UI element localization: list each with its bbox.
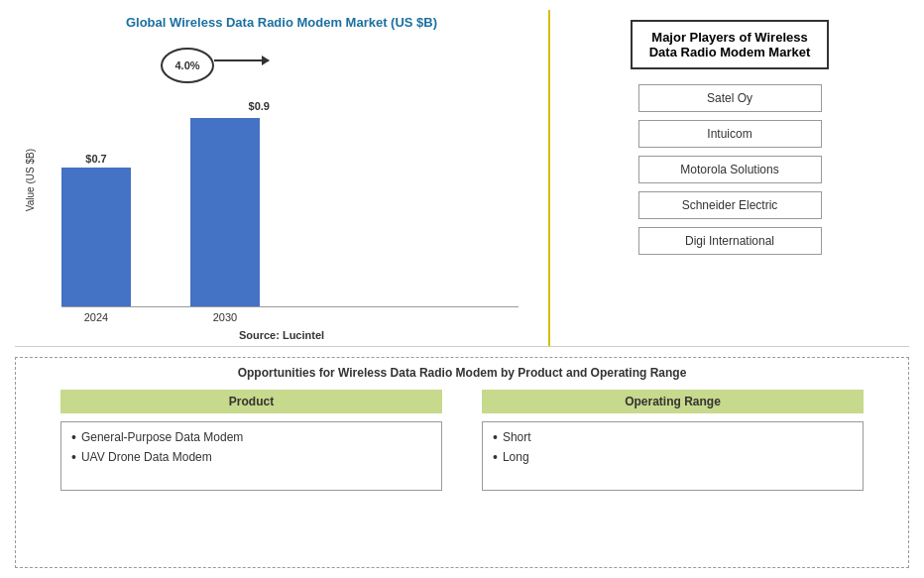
range-item-2: • Long xyxy=(493,450,853,465)
chart-area: Global Wireless Data Radio Modem Market … xyxy=(15,10,550,346)
player-item-4: Schneider Electric xyxy=(638,191,822,219)
range-header: Operating Range xyxy=(482,390,864,413)
range-content: • Short • Long xyxy=(482,421,864,491)
top-section: Global Wireless Data Radio Modem Market … xyxy=(15,10,909,347)
bullet-1: • xyxy=(71,430,76,445)
annotation-container: 4.0% xyxy=(161,48,214,83)
source-text: Source: Lucintel xyxy=(25,329,538,341)
player-item-5: Digi International xyxy=(638,227,822,255)
player-item-3: Motorola Solutions xyxy=(638,156,822,183)
bar-group-2030: $0.9 xyxy=(190,118,260,306)
chart-plot: 4.0% $0.7 $0.9 xyxy=(42,38,538,323)
annotation-circle: 4.0% xyxy=(161,48,214,83)
bottom-title: Opportunities for Wireless Data Radio Mo… xyxy=(31,366,893,380)
product-header: Product xyxy=(60,390,442,413)
chart-inner: Value (US $B) 4.0% $0.7 xyxy=(25,38,538,323)
player-item-2: Intuicom xyxy=(638,120,822,148)
product-content: • General-Purpose Data Modem • UAV Drone… xyxy=(60,421,442,491)
bullet-4: • xyxy=(493,450,498,465)
product-item-1: • General-Purpose Data Modem xyxy=(71,430,431,445)
bar-value-2024: $0.7 xyxy=(85,153,106,165)
bar-group-2024: $0.7 xyxy=(61,153,131,306)
chart-title: Global Wireless Data Radio Modem Market … xyxy=(25,15,538,30)
bullet-3: • xyxy=(493,430,498,445)
y-axis-label: Value (US $B) xyxy=(25,149,36,211)
bullet-2: • xyxy=(71,450,76,465)
bar-2024 xyxy=(61,168,131,306)
player-item-1: Satel Oy xyxy=(638,84,822,112)
product-item-2: • UAV Drone Data Modem xyxy=(71,450,431,465)
players-area: Major Players of Wireless Data Radio Mod… xyxy=(550,10,909,346)
bars-container: 4.0% $0.7 $0.9 xyxy=(42,38,538,306)
bar-value-2030: $0.9 xyxy=(249,100,270,112)
arrow-line xyxy=(214,59,269,61)
product-column: Product • General-Purpose Data Modem • U… xyxy=(60,390,442,491)
main-container: Global Wireless Data Radio Modem Market … xyxy=(0,0,924,578)
range-item-1: • Short xyxy=(493,430,853,445)
annotation-label: 4.0% xyxy=(174,59,199,71)
x-label-2024: 2024 xyxy=(61,311,131,323)
players-title: Major Players of Wireless Data Radio Mod… xyxy=(631,20,829,69)
bottom-content: Product • General-Purpose Data Modem • U… xyxy=(31,390,893,491)
bottom-section: Opportunities for Wireless Data Radio Mo… xyxy=(15,357,909,568)
x-label-2030: 2030 xyxy=(190,311,260,323)
bar-2030 xyxy=(190,118,260,306)
range-column: Operating Range • Short • Long xyxy=(482,390,864,491)
x-labels: 2024 2030 xyxy=(42,307,538,323)
